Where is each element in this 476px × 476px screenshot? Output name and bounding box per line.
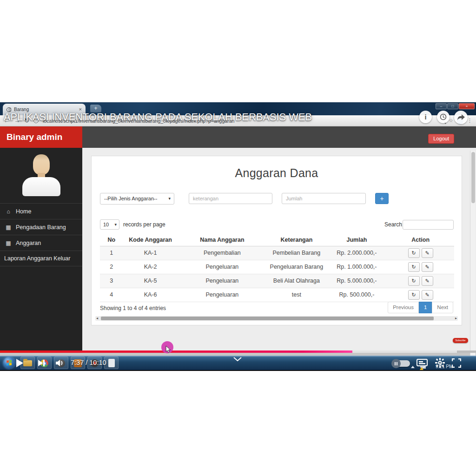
tab-favicon-globe-icon [7,107,11,112]
jenis-anggaran-select[interactable]: --Pilih Jenis Anggaran-- ▾ [100,193,174,205]
refresh-button[interactable]: ↻ [408,248,420,258]
table-icon: ▦ [5,240,12,246]
video-seekbar[interactable] [0,350,476,353]
video-title-overlay[interactable]: APLIKASI INVENTORI BARANG PADA SEKOLAH B… [4,112,312,123]
video-progress-played [0,350,352,353]
restore-button[interactable]: □ [447,103,458,109]
edit-button[interactable]: ✎ [422,290,433,300]
cell-jumlah: Rp. 500.000,- [327,288,387,302]
records-per-page-label: records per page [123,221,165,228]
table-row: 3 KA-5 Pengeluaran Beli Alat Olahraga Rp… [100,274,454,288]
close-button[interactable]: × [459,103,475,109]
cell-kode: KA-6 [123,288,178,302]
scroll-right-icon[interactable]: ▸ [455,316,457,321]
records-per-page-value: 10 [103,222,109,227]
anggaran-table: No Kode Anggaran Nama Anggaran Keteranga… [100,234,454,302]
col-keterangan[interactable]: Keterangan [266,234,327,246]
sidebar-item-label: Pengadaan Barang [16,224,66,231]
pagination-previous[interactable]: Previous [388,302,419,313]
edit-icon: ✎ [425,292,429,298]
fullscreen-icon[interactable] [452,358,461,368]
refresh-button[interactable]: ↻ [408,262,420,272]
content-card: Anggaran Dana --Pilih Jenis Anggaran-- ▾… [91,156,462,325]
pagination: Previous 1 Next [388,302,453,313]
pagination-page-1[interactable]: 1 [419,302,432,313]
col-no[interactable]: No [100,234,123,246]
web-app: Binary admin Logout ⌂ Home ▦ Pengadaan B… [0,126,476,350]
share-arrow-icon[interactable] [454,111,468,124]
cell-kode: KA-5 [123,274,178,288]
cell-nama: Pengeluaran [178,288,267,302]
add-button[interactable]: + [375,193,389,204]
pause-icon [391,359,401,368]
jumlah-input[interactable] [282,193,366,204]
miniplayer-icon[interactable] [416,359,428,368]
table-row: 1 KA-1 Pengembalian Pembelian Barang Rp.… [100,246,454,260]
logout-button[interactable]: Logout [428,134,454,144]
edit-icon: ✎ [425,264,429,270]
sidebar-item-label: Anggaran [16,240,41,246]
vertical-scrollbar[interactable] [470,151,476,371]
sidebar-item-laporan-anggaran-keluar[interactable]: Laporan Anggaran Keluar [0,251,82,266]
cell-nama: Pengeluaran [178,274,267,288]
video-player-frame: Barang × + – □ × ← → ↻ i localhost/scrip… [0,102,476,371]
refresh-icon: ↻ [411,292,416,298]
records-per-page-select[interactable]: 10 ▾ [100,219,119,230]
cell-no: 2 [100,260,123,274]
video-info-icon[interactable]: i [419,111,432,123]
mouse-cursor [165,345,172,353]
col-kode-anggaran[interactable]: Kode Anggaran [123,234,178,246]
tray-show-hidden-icon[interactable] [411,366,415,368]
volume-icon[interactable] [56,359,65,367]
play-button[interactable] [16,358,24,368]
sidebar-item-pengadaan-barang[interactable]: ▦ Pengadaan Barang [0,219,82,235]
sidebar: ⌂ Home ▦ Pengadaan Barang ▦ Anggaran Lap… [0,148,82,350]
table-header-row: No Kode Anggaran Nama Anggaran Keteranga… [100,234,454,246]
cell-action: ↻✎ [387,274,454,288]
horizontal-scrollbar[interactable]: ◂ ▸ [95,316,458,321]
folder-icon [23,360,32,366]
main-content: Anggaran Dana --Pilih Jenis Anggaran-- ▾… [82,148,470,350]
app-brand[interactable]: Binary admin [0,126,82,148]
cell-action: ↻✎ [387,246,454,260]
col-action[interactable]: Action [387,234,454,246]
next-button[interactable] [38,359,45,367]
chevron-down-icon: ▾ [114,220,117,229]
video-time-display: 7:37 / 10:10 [71,359,106,366]
autoplay-toggle[interactable] [393,360,410,367]
col-nama-anggaran[interactable]: Nama Anggaran [178,234,267,246]
sidebar-item-home[interactable]: ⌂ Home [0,203,82,219]
edit-button[interactable]: ✎ [422,262,433,272]
scrollbar-thumb[interactable] [471,152,475,203]
cell-kode: KA-2 [123,260,178,274]
start-button[interactable] [3,357,15,369]
sidebar-menu: ⌂ Home ▦ Pengadaan Barang ▦ Anggaran Lap… [0,203,82,266]
pagination-next[interactable]: Next [432,302,453,313]
window-controls: – □ × [436,103,475,109]
watch-later-clock-icon[interactable] [437,111,450,123]
search-label: Search: [384,221,403,228]
cell-nama: Pengeluaran [178,260,267,274]
edit-button[interactable]: ✎ [422,276,433,286]
sidebar-item-anggaran[interactable]: ▦ Anggaran [0,235,82,251]
settings-gear-icon[interactable] [435,358,445,368]
table-row: 4 KA-6 Pengeluaran test Rp. 500.000,- ↻✎ [100,288,454,302]
bookmark-star-icon[interactable]: ☆ [449,118,453,124]
refresh-button[interactable]: ↻ [408,276,420,286]
chevron-down-icon[interactable] [233,357,242,361]
page-title: Anggaran Dana [92,166,462,180]
search-input[interactable] [403,220,454,230]
cell-keterangan: Pengeluaran Barang [266,260,327,274]
refresh-button[interactable]: ↻ [408,290,420,300]
cell-keterangan: Pembelian Barang [266,246,327,260]
cell-jumlah: Rp. 5.000.000,- [327,274,387,288]
scroll-left-icon[interactable]: ◂ [96,316,98,321]
scrollbar-thumb[interactable] [101,317,434,320]
refresh-icon: ↻ [411,250,416,256]
col-jumlah[interactable]: Jumlah [327,234,387,246]
browser-menu-icon[interactable]: ⋮ [467,118,472,124]
edit-button[interactable]: ✎ [422,248,433,258]
keterangan-input[interactable] [189,193,272,204]
minimize-button[interactable]: – [436,103,447,109]
subscribe-watermark[interactable]: Subscribe [453,338,468,343]
